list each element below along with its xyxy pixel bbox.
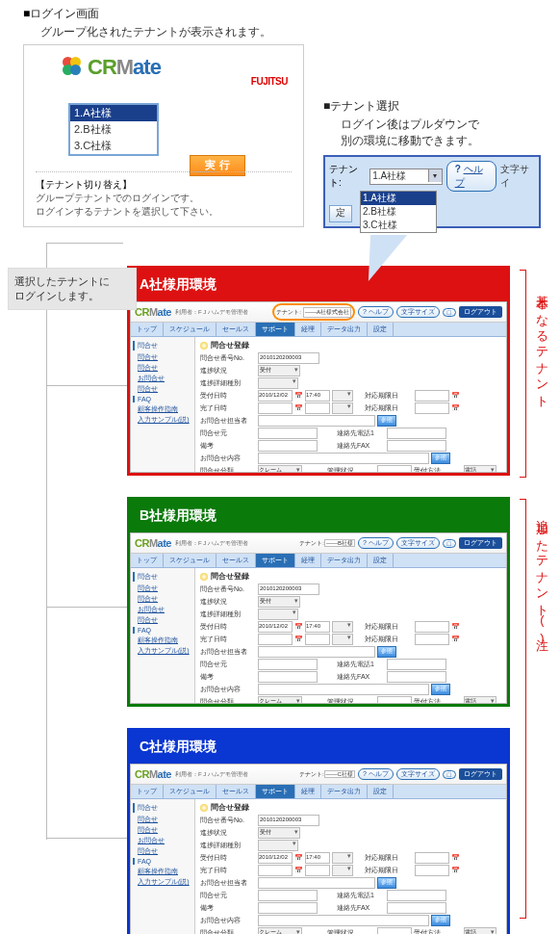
from-input[interactable]	[258, 659, 318, 670]
menu-tab[interactable]: 経理	[295, 323, 321, 336]
menu-tab[interactable]: 設定	[368, 323, 394, 336]
menu-tab[interactable]: 経理	[295, 785, 321, 798]
calendar-icon[interactable]: 📅	[294, 392, 303, 400]
dropdown-option[interactable]: 3.C社様	[361, 219, 436, 232]
side-link[interactable]: 顧客操作指南	[138, 404, 192, 414]
calendar-icon[interactable]: 📅	[451, 636, 460, 643]
status-select[interactable]: 受付	[258, 827, 300, 839]
done-date-input[interactable]	[258, 402, 293, 414]
accept-time-input[interactable]: 17:40	[305, 390, 330, 402]
side-link[interactable]: 問合せ	[138, 584, 192, 593]
handler-input[interactable]	[258, 877, 375, 889]
handler-input[interactable]	[258, 646, 375, 658]
calendar-icon[interactable]: 📅	[451, 623, 460, 631]
login-tenant-option[interactable]: 2.B社様	[70, 121, 157, 138]
menu-tab[interactable]: スケジュール	[164, 785, 216, 798]
menu-tab[interactable]: データ出力	[321, 785, 368, 798]
calendar-icon[interactable]: 📅	[294, 404, 303, 412]
tenant-selector-inline[interactable]: テナント:――C社様	[299, 769, 355, 779]
kubun-select[interactable]	[258, 840, 298, 851]
help-badge[interactable]: ? ヘルプ	[358, 537, 394, 549]
method-select[interactable]: 電話	[464, 927, 496, 934]
note-input[interactable]	[258, 671, 318, 683]
status-select[interactable]: 受付	[258, 596, 300, 608]
login-tenant-option[interactable]: 3.C社様	[70, 138, 157, 154]
handler-input[interactable]	[258, 415, 375, 427]
calendar-icon[interactable]: 📅	[294, 623, 303, 631]
category-select[interactable]: クレーム	[258, 465, 302, 472]
menu-tab[interactable]: 設定	[368, 785, 394, 798]
method-select[interactable]: 電話	[464, 465, 496, 472]
accept-time-input[interactable]: 17:40	[305, 621, 330, 633]
fax-input[interactable]	[387, 440, 446, 452]
menu-tab[interactable]: 設定	[368, 554, 394, 567]
side-link[interactable]: 顧客操作指南	[138, 636, 192, 645]
menu-tab[interactable]: データ出力	[321, 554, 368, 567]
kubun-select[interactable]	[258, 609, 298, 620]
textsize-badge[interactable]: 文字サイズ	[396, 537, 440, 549]
tenant-selector-inline[interactable]: テナント:――B社様	[299, 538, 355, 548]
calendar-icon[interactable]: 📅	[451, 854, 460, 862]
help-button[interactable]: ? ヘルプ	[446, 161, 497, 192]
side-link[interactable]: 問合せ	[138, 846, 192, 856]
fax-input[interactable]	[387, 671, 446, 683]
side-link[interactable]: 問合せ	[138, 363, 192, 373]
from-input[interactable]	[258, 890, 318, 901]
side-link[interactable]: 問合せ	[138, 384, 192, 394]
fit-badge[interactable]: □	[443, 308, 456, 317]
side-link[interactable]: 顧客操作指南	[138, 867, 192, 876]
menu-tab[interactable]: トップ	[131, 785, 164, 798]
ref-button[interactable]: 参照	[431, 684, 450, 695]
menu-tab[interactable]: スケジュール	[164, 554, 216, 567]
fit-badge[interactable]: □	[443, 539, 456, 548]
ref-button[interactable]: 参照	[431, 453, 450, 464]
accept-date-input[interactable]: 2010/12/02	[258, 852, 293, 864]
phone-input[interactable]	[387, 890, 446, 901]
note-input[interactable]	[258, 440, 318, 452]
menu-tab[interactable]: データ出力	[321, 323, 368, 336]
phone-input[interactable]	[387, 428, 446, 439]
side-link[interactable]: お問合せ	[138, 836, 192, 845]
side-link[interactable]: お問合せ	[138, 605, 192, 614]
dropdown-option[interactable]: 1.A社様	[361, 192, 436, 205]
calendar-icon[interactable]: 📅	[451, 867, 460, 874]
calendar-icon[interactable]: 📅	[294, 867, 303, 874]
inquiry-no-input[interactable]: 2010120200003	[258, 584, 319, 595]
ref-button[interactable]: 参照	[377, 415, 396, 427]
dropdown-option[interactable]: 2.B社様	[361, 205, 436, 219]
ref-button[interactable]: 参照	[377, 877, 396, 889]
done-date-input[interactable]	[258, 865, 293, 876]
side-link[interactable]: 問合せ	[138, 615, 192, 625]
side-link[interactable]: 問合せ	[138, 594, 192, 604]
side-link[interactable]: 問合せ	[138, 815, 192, 824]
phone-input[interactable]	[387, 659, 446, 670]
login-tenant-option[interactable]: 1.A社様	[70, 105, 157, 121]
menu-tab[interactable]: トップ	[131, 323, 164, 336]
status-select[interactable]: 受付	[258, 365, 300, 376]
menu-tab[interactable]: サポート	[256, 554, 295, 567]
note-input[interactable]	[258, 902, 318, 914]
menu-tab[interactable]: トップ	[131, 554, 164, 567]
side-link[interactable]: お問合せ	[138, 374, 192, 383]
logout-button[interactable]: ログアウト	[459, 306, 502, 318]
menu-tab[interactable]: 経理	[295, 554, 321, 567]
tenant-selector-inline[interactable]: テナント:――A社様式会社	[272, 303, 355, 321]
category-select[interactable]: クレーム	[258, 696, 302, 703]
calendar-icon[interactable]: 📅	[294, 854, 303, 862]
menu-tab[interactable]: サポート	[256, 323, 295, 336]
accept-time-input[interactable]: 17:40	[305, 852, 330, 864]
side-link[interactable]: 入力サンプル(説)	[138, 646, 192, 656]
calendar-icon[interactable]: 📅	[451, 392, 460, 400]
method-select[interactable]: 電話	[464, 696, 496, 703]
side-link[interactable]: 問合せ	[138, 825, 192, 835]
accept-date-input[interactable]: 2010/12/02	[258, 621, 293, 633]
done-date-input[interactable]	[258, 634, 293, 645]
menu-tab[interactable]: セールス	[216, 785, 256, 798]
calendar-icon[interactable]: 📅	[451, 404, 460, 412]
respond-date-input[interactable]	[415, 621, 449, 633]
tenant-dropdown-list[interactable]: 1.A社様 2.B社様 3.C社様	[360, 191, 437, 233]
tei-button[interactable]: 定	[329, 205, 352, 222]
contact-input[interactable]	[258, 453, 429, 464]
kubun-select[interactable]	[258, 377, 298, 389]
textsize-badge[interactable]: 文字サイズ	[396, 768, 440, 780]
